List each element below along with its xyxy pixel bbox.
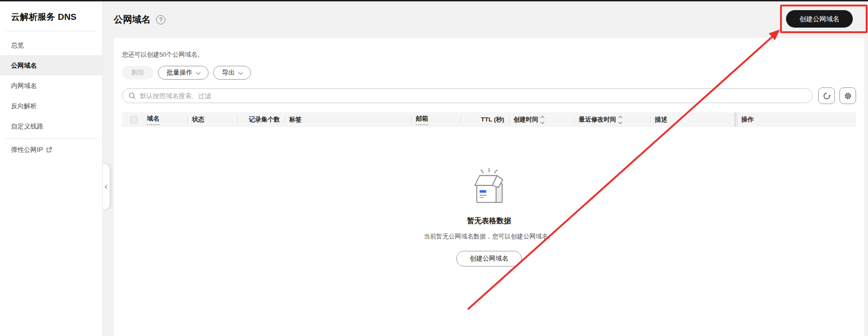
column-tag: 标签 (285, 112, 411, 127)
sidebar-item-overview[interactable]: 总览 (0, 35, 102, 55)
settings-button[interactable] (839, 87, 856, 104)
empty-description: 当前暂无公网域名数据，您可以创建公网域名。 (424, 232, 554, 241)
sidebar-item-label: 弹性公网IP (11, 139, 43, 160)
gear-icon (843, 91, 853, 101)
column-description: 描述 (650, 112, 734, 127)
public-zone-panel: 您还可以创建50个公网域名。 删除 批量操作 导出 (114, 38, 864, 336)
divider (6, 31, 97, 31)
sort-icon[interactable] (541, 116, 544, 123)
sidebar-item-custom-lines[interactable]: 自定义线路 (0, 116, 102, 136)
refresh-button[interactable] (818, 87, 835, 104)
column-ttl: TTL (秒) (460, 112, 509, 127)
table-header-select (122, 112, 142, 127)
search-icon (128, 92, 136, 99)
column-operation: 操作 (734, 112, 856, 127)
batch-operation-button[interactable]: 批量操作 (158, 66, 209, 80)
table-header: 域名 状态 记录集个数 标签 邮箱 TTL (秒) 创建时间 最近修改时间 描述 (122, 112, 856, 127)
service-title: 云解析服务 DNS (0, 1, 102, 31)
empty-title: 暂无表格数据 (467, 216, 511, 226)
column-label: 域名 (147, 115, 159, 125)
select-all-checkbox[interactable] (130, 116, 138, 123)
sidebar-item-private-zones[interactable]: 内网域名 (0, 75, 102, 96)
export-button[interactable]: 导出 (213, 66, 251, 80)
dns-console: 云解析服务 DNS 总览 公网域名 内网域名 反向解析 自定义线路 弹性公网IP… (0, 1, 868, 336)
empty-box-icon (466, 168, 512, 208)
search-box[interactable] (122, 88, 813, 103)
sidebar-item-public-zones[interactable]: 公网域名 (0, 55, 102, 75)
quota-text: 您还可以创建50个公网域名。 (122, 51, 856, 59)
sidebar-nav: 总览 公网域名 内网域名 反向解析 自定义线路 弹性公网IP (0, 35, 102, 160)
column-email[interactable]: 邮箱 (411, 112, 460, 127)
batch-operation-label: 批量操作 (167, 69, 192, 77)
search-input[interactable] (140, 92, 806, 99)
help-icon[interactable]: ? (156, 15, 165, 24)
column-recordsets: 记录集个数 (237, 112, 285, 127)
column-label: 创建时间 (513, 116, 538, 124)
external-link-icon (46, 147, 52, 153)
page-title: 公网域名 (114, 13, 151, 26)
chevron-down-icon (196, 70, 201, 75)
chevron-down-icon (239, 70, 243, 75)
column-modified[interactable]: 最近修改时间 (574, 112, 650, 127)
delete-button[interactable]: 删除 (122, 66, 153, 80)
refresh-icon (822, 91, 832, 101)
column-created[interactable]: 创建时间 (509, 112, 574, 127)
sidebar: 云解析服务 DNS 总览 公网域名 内网域名 反向解析 自定义线路 弹性公网IP (0, 1, 103, 336)
empty-state: 暂无表格数据 当前暂无公网域名数据，您可以创建公网域名。 创建公网域名 (122, 168, 856, 266)
dashed-divider (6, 139, 97, 139)
create-public-zone-button-empty[interactable]: 创建公网域名 (456, 251, 522, 266)
main-content: 公网域名 ? 创建公网域名 您还可以创建50个公网域名。 删除 批量操作 导出 (103, 1, 868, 336)
sidebar-item-ptr-records[interactable]: 反向解析 (0, 96, 102, 116)
toolbar: 删除 批量操作 导出 (122, 66, 856, 80)
create-public-zone-button[interactable]: 创建公网域名 (786, 10, 853, 28)
page-header: 公网域名 ? 创建公网域名 (103, 1, 868, 38)
column-label: 最近修改时间 (579, 116, 616, 124)
export-label: 导出 (222, 69, 235, 77)
column-label: 邮箱 (416, 115, 428, 125)
sidebar-collapse-handle[interactable] (103, 164, 110, 209)
sidebar-item-eip[interactable]: 弹性公网IP (0, 139, 102, 160)
search-row (122, 87, 856, 104)
chevron-left-icon (105, 185, 108, 188)
sort-icon[interactable] (619, 116, 622, 123)
column-domain[interactable]: 域名 (142, 112, 187, 127)
column-status: 状态 (187, 112, 237, 127)
